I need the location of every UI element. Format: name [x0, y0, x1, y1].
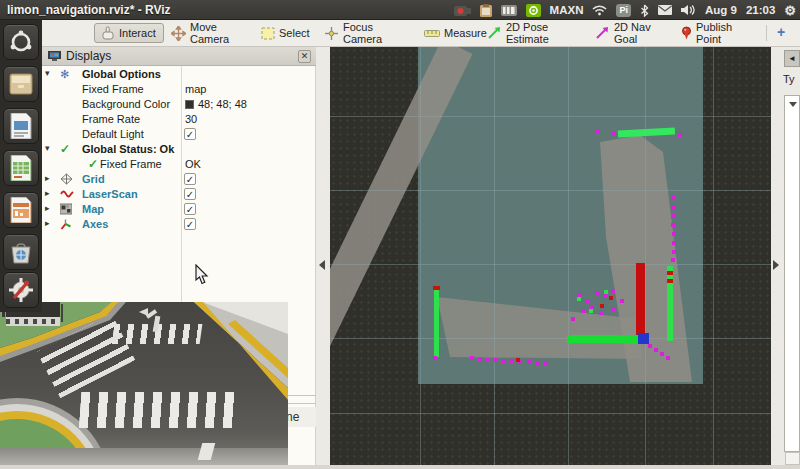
laser-point	[672, 250, 676, 254]
launcher-item-system-settings[interactable]	[3, 272, 39, 308]
top-panel: limon_navigation.rviz* - RViz MAXNPiAug …	[0, 0, 800, 20]
clock-label: 21:03	[746, 4, 775, 16]
row-value[interactable]: 30	[185, 113, 197, 125]
keyboard-indicator-icon[interactable]	[501, 5, 517, 16]
launcher-item-software-center[interactable]	[3, 234, 39, 270]
checkbox-checked[interactable]: ✓	[184, 173, 196, 185]
row-value[interactable]: map	[185, 83, 206, 95]
render-viewport[interactable]	[330, 47, 771, 465]
grid-line-v	[568, 47, 569, 465]
laser-point	[433, 356, 437, 360]
axes-x-bar	[636, 263, 645, 340]
laser-red-mark	[433, 286, 440, 290]
bluetooth-icon[interactable]	[640, 4, 649, 17]
collapse-arrow-icon[interactable]: ▸	[45, 218, 50, 228]
laserscan-display-icon	[60, 188, 74, 200]
laser-point	[654, 348, 658, 352]
laser-point	[494, 358, 498, 362]
tool-move-camera[interactable]: Move Camera	[166, 23, 246, 43]
tree-row-fixed-frame[interactable]: Fixed Framemap	[42, 82, 316, 97]
tool-measure[interactable]: Measure	[419, 23, 471, 43]
screen: limon_navigation.rviz* - RViz MAXNPiAug …	[0, 0, 800, 469]
checkbox-checked[interactable]: ✓	[184, 203, 196, 215]
laser-red-mark	[667, 271, 673, 275]
grid-line-h	[330, 116, 771, 117]
expand-arrow-icon[interactable]: ▾	[45, 68, 50, 78]
laser-point	[671, 223, 675, 227]
nvidia-icon[interactable]	[526, 4, 541, 17]
session-gear-icon[interactable]: ⚙	[784, 4, 796, 17]
tool-focus-camera[interactable]: Focus Camera	[319, 23, 399, 43]
tree-row-global-status-ok[interactable]: ▾✓Global Status: Ok	[42, 142, 316, 157]
panel-splitter-left[interactable]	[316, 47, 330, 465]
tool-2d-pose-estimate[interactable]: 2D Pose Estimate	[482, 23, 584, 43]
toolbar-separator	[766, 25, 767, 41]
checkbox-checked[interactable]: ✓	[184, 128, 196, 140]
rename-button-partial[interactable]: ne	[286, 407, 316, 427]
collapse-left-icon[interactable]	[319, 260, 325, 270]
laser-point	[486, 358, 490, 362]
laser-point	[595, 291, 599, 295]
collapse-right-icon[interactable]	[773, 260, 779, 270]
window-title: limon_navigation.rviz* - RViz	[0, 3, 171, 17]
clipboard-icon[interactable]	[480, 4, 492, 17]
tool-2d-nav-goal[interactable]: 2D Nav Goal	[590, 23, 668, 43]
collapse-arrow-icon[interactable]: ▸	[45, 203, 50, 213]
grid-line-h	[330, 190, 771, 191]
laser-point	[571, 317, 575, 321]
collapse-arrow-icon[interactable]: ▸	[45, 188, 50, 198]
add-tool-button[interactable]: +	[777, 25, 785, 39]
laser-segment	[667, 266, 673, 341]
tool-label: Interact	[119, 27, 156, 39]
volume-icon[interactable]	[681, 4, 696, 16]
collapse-arrow-icon[interactable]: ▸	[45, 173, 50, 183]
mail-icon[interactable]	[658, 5, 672, 15]
launcher-item-files[interactable]	[3, 66, 39, 102]
row-label: Global Status: Ok	[82, 143, 174, 155]
publish-pin-icon	[681, 26, 692, 40]
tree-row-grid[interactable]: ▸Grid✓	[42, 172, 316, 187]
tree-row-axes[interactable]: ▸Axes✓	[42, 217, 316, 232]
launcher-item-libreoffice-impress[interactable]	[3, 192, 39, 228]
tool-publish-point[interactable]: Publish Point	[676, 23, 756, 43]
tool-interact[interactable]: Interact	[94, 23, 164, 43]
status-strip	[0, 465, 800, 469]
checkbox-checked[interactable]: ✓	[184, 188, 196, 200]
input-method-icon[interactable]: Pi	[616, 4, 631, 17]
close-icon[interactable]: ✕	[298, 50, 311, 63]
laser-point	[672, 241, 676, 245]
displays-panel-header[interactable]: Displays ✕	[42, 47, 316, 66]
checkbox-checked[interactable]: ✓	[184, 218, 196, 230]
grid-display-icon	[60, 173, 73, 187]
panel-separator	[288, 395, 316, 396]
turn-arrow-marking	[139, 308, 148, 316]
row-label: Fixed Frame	[100, 158, 162, 170]
select-box-icon	[261, 27, 275, 40]
unity-launcher	[0, 20, 42, 312]
tree-row-global-options[interactable]: ▾✻Global Options	[42, 67, 316, 82]
launcher-item-libreoffice-calc[interactable]	[3, 150, 39, 186]
row-label: Axes	[82, 218, 108, 230]
launcher-item-libreoffice-writer[interactable]	[3, 108, 39, 144]
tree-row-fixed-frame[interactable]: ✓Fixed FrameOK	[42, 157, 316, 172]
launcher-item-ubuntu-dash[interactable]	[3, 24, 39, 60]
expand-arrow-icon[interactable]: ▾	[45, 143, 50, 153]
tree-row-default-light[interactable]: Default Light✓	[42, 127, 316, 142]
screen-record-icon[interactable]	[454, 4, 471, 16]
tree-row-laserscan[interactable]: ▸LaserScan✓	[42, 187, 316, 202]
status-check-icon: ✓	[60, 143, 70, 155]
row-value[interactable]: 48; 48; 48	[198, 98, 247, 110]
tree-row-frame-rate[interactable]: Frame Rate30	[42, 112, 316, 127]
tool-select[interactable]: Select	[256, 23, 306, 43]
row-label: Background Color	[82, 98, 170, 110]
wifi-icon[interactable]	[592, 5, 607, 16]
laser-point	[585, 299, 589, 303]
grid-line-h	[330, 264, 771, 265]
views-panel-button[interactable]: ◄	[784, 50, 800, 67]
row-value[interactable]: OK	[185, 158, 201, 170]
grid-line-v	[494, 47, 495, 465]
views-type-dropdown[interactable]	[784, 95, 800, 452]
tree-row-background-color[interactable]: Background Color48; 48; 48	[42, 97, 316, 112]
tree-row-map[interactable]: ▸Map✓	[42, 202, 316, 217]
system-tray: MAXNPiAug 921:03⚙	[454, 0, 796, 20]
